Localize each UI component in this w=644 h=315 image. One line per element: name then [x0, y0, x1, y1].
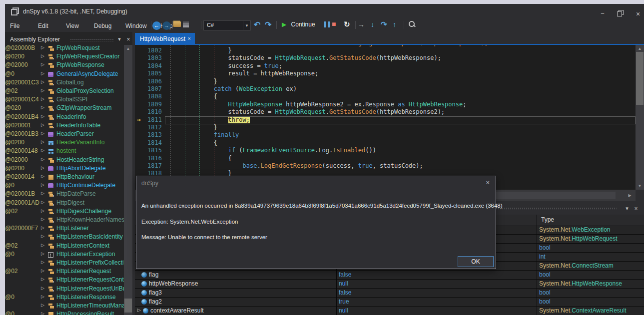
expander-icon[interactable]: ▷ [41, 294, 44, 299]
expander-icon[interactable]: ▷ [137, 308, 141, 313]
search-icon[interactable] [409, 21, 416, 28]
menu-debug[interactable]: Debug [91, 21, 114, 30]
break-all-button[interactable] [324, 21, 330, 27]
panel-close-icon[interactable]: × [125, 36, 132, 43]
tree-item-HttpContinueDelegate[interactable]: ▷HttpContinueDelegate @0 [5, 182, 124, 190]
expander-icon[interactable]: ▷ [41, 148, 44, 153]
tree-item-FtpWebRequest[interactable]: ▷FtpWebRequest @020000B [5, 44, 124, 53]
menu-edit[interactable]: Edit [35, 21, 51, 30]
tab-httpwebrequest[interactable]: HttpWebRequest × [135, 33, 195, 45]
tree-item-HttpListenerRequest[interactable]: ▷HttpListenerRequest @02 [5, 268, 124, 276]
locals-row[interactable]: flag2truebool [135, 298, 644, 307]
assembly-tree-scrollbar[interactable]: ▲ [124, 45, 132, 315]
menu-window[interactable]: Window [122, 21, 150, 30]
expander-icon[interactable]: ▷ [41, 311, 44, 315]
expander-icon[interactable]: ▷ [41, 79, 44, 84]
expander-icon[interactable]: ▷ [41, 174, 44, 179]
scrollbar-thumb[interactable] [636, 52, 644, 105]
close-button[interactable]: × [632, 10, 644, 18]
tree-item-HeaderInfoTable[interactable]: ▷HeaderInfoTable @020001 [5, 122, 124, 130]
menu-view[interactable]: View [63, 21, 82, 30]
tree-item-GlobalProxySelection[interactable]: ▷GlobalProxySelection @02 [5, 87, 124, 96]
expander-icon[interactable]: ▷ [41, 157, 44, 162]
chevron-down-icon[interactable]: ▾ [243, 21, 250, 30]
tree-item-hostent[interactable]: ▷hostent @02000148 [5, 147, 124, 156]
expander-icon[interactable]: ▷ [41, 217, 44, 222]
back-button[interactable]: ← [152, 20, 161, 30]
expander-icon[interactable]: ▷ [41, 200, 44, 205]
assembly-tree[interactable]: ▷FtpWebRequest @020000B▷FtpWebRequestCre… [5, 32, 124, 315]
expander-icon[interactable]: ▷ [41, 53, 44, 58]
scroll-up-icon[interactable]: ▲ [124, 46, 132, 51]
expander-icon[interactable]: ▷ [41, 45, 44, 50]
forward-button[interactable]: → [162, 20, 171, 30]
step-over-button[interactable]: ↷ [381, 20, 387, 29]
expander-icon[interactable]: ▷ [41, 96, 44, 101]
expander-icon[interactable]: ▷ [41, 268, 44, 273]
expander-icon[interactable]: ▷ [41, 243, 44, 248]
tree-item-HttpListenerException[interactable]: ▷HttpListenerException @0 [5, 251, 124, 259]
panel-close-icon[interactable]: × [633, 205, 640, 212]
tree-item-FtpWebResponse[interactable]: ▷FtpWebResponse @02000 [5, 61, 124, 70]
expander-icon[interactable]: ▷ [41, 234, 44, 239]
tree-item-HttpListenerResponse[interactable]: ▷HttpListenerResponse @0 [5, 294, 124, 302]
scrollbar-thumb[interactable] [124, 299, 132, 313]
tree-item-HeaderParser[interactable]: ▷HeaderParser @020001B3 [5, 130, 124, 139]
expander-icon[interactable]: ▷ [41, 131, 44, 136]
tree-item-HttpListenerPrefixCollecti[interactable]: ▷HttpListenerPrefixCollecti [5, 259, 124, 268]
locals-row[interactable]: flagfalsebool [135, 271, 644, 280]
undo-button[interactable]: ↶ [254, 20, 260, 29]
type-column-header[interactable]: Type [541, 216, 554, 223]
tree-item-FtpWebRequestCreator[interactable]: ▷FtpWebRequestCreator @0200 [5, 53, 124, 61]
tree-item-HttpKnownHeaderNames[interactable]: ▷HttpKnownHeaderNames [5, 216, 124, 225]
scroll-right-icon[interactable]: ▶ [626, 193, 634, 198]
language-select[interactable]: C# ▾ [203, 20, 251, 30]
tree-item-HttpListenerRequestUriBu[interactable]: ▷HttpListenerRequestUriBu [5, 285, 124, 294]
tree-item-GlobalLog[interactable]: ▷GlobalLog @020001C3 [5, 79, 124, 87]
tree-item-HttpListener[interactable]: ▷HttpListener @020000F7 [5, 225, 124, 233]
scroll-down-icon[interactable]: ▼ [636, 184, 644, 188]
continue-button[interactable]: ▶ Continue [282, 21, 315, 28]
editor-vertical-scrollbar[interactable]: ▲ ▼ [636, 45, 644, 190]
expander-icon[interactable]: ▷ [41, 62, 44, 67]
panel-collapse-icon[interactable]: ▾ [624, 205, 631, 212]
locals-row[interactable]: ▷contextAwareResultnullSystem.Net.Contex… [135, 307, 644, 315]
tree-item-HttpDateParse[interactable]: ▷HttpDateParse @020001B [5, 190, 124, 199]
expander-icon[interactable]: ▷ [41, 286, 44, 291]
minimize-button[interactable]: − [597, 10, 609, 17]
step-out-button[interactable]: ↑ [393, 20, 396, 28]
expander-icon[interactable]: ▷ [41, 191, 44, 196]
open-file-icon[interactable] [173, 21, 181, 27]
tree-item-HeaderInfo[interactable]: ▷HeaderInfo @020001B4 [5, 113, 124, 122]
expander-icon[interactable]: ▷ [41, 182, 44, 187]
expander-icon[interactable]: ▷ [41, 303, 44, 308]
tree-item-HttpListenerTimeoutMana[interactable]: ▷HttpListenerTimeoutMana [5, 302, 124, 311]
tree-item-HostHeaderString[interactable]: ▷HostHeaderString @02000 [5, 156, 124, 165]
expander-icon[interactable]: ▷ [41, 225, 44, 230]
tab-close-icon[interactable]: × [188, 35, 191, 41]
tree-item-HttpListenerBasicIdentity[interactable]: ▷HttpListenerBasicIdentity [5, 233, 124, 242]
expander-icon[interactable]: ▷ [41, 122, 44, 127]
tree-item-HeaderVariantInfo[interactable]: ▷HeaderVariantInfo @0200 [5, 139, 124, 147]
tree-item-HttpBehaviour[interactable]: ▷HttpBehaviour @0200014 [5, 173, 124, 182]
expander-icon[interactable]: ▷ [41, 251, 44, 256]
restart-button[interactable]: ↻ [344, 20, 350, 29]
tree-item-GeneralAsyncDelegate[interactable]: ▷GeneralAsyncDelegate @0 [5, 70, 124, 79]
tree-item-HttpAbortDelegate[interactable]: ▷HttpAbortDelegate @0200 [5, 165, 124, 173]
expander-icon[interactable]: ▷ [41, 88, 44, 93]
scroll-up-icon[interactable]: ▲ [636, 46, 644, 51]
tree-item-HttpProcessingResult[interactable]: ▷HttpProcessingResult @0 [5, 311, 124, 315]
redo-button[interactable]: ↷ [265, 20, 271, 29]
locals-row[interactable]: httpWebResponsenullSystem.Net.HttpWebRes… [135, 280, 644, 289]
restore-button[interactable] [616, 10, 628, 17]
expander-icon[interactable]: ▷ [41, 208, 44, 213]
step-into-button[interactable]: ↓ [371, 20, 374, 28]
expander-icon[interactable]: ▷ [41, 105, 44, 110]
tree-item-GlobalSSPI[interactable]: ▷GlobalSSPI @020001C4 [5, 96, 124, 104]
dialog-close-icon[interactable]: × [486, 179, 490, 186]
tree-item-HttpListenerRequestCont[interactable]: ▷HttpListenerRequestCont [5, 276, 124, 285]
expander-icon[interactable]: ▷ [41, 114, 44, 119]
expander-icon[interactable]: ▷ [41, 71, 44, 76]
tree-item-HttpDigestChallenge[interactable]: ▷HttpDigestChallenge @02 [5, 208, 124, 216]
expander-icon[interactable]: ▷ [41, 165, 44, 170]
